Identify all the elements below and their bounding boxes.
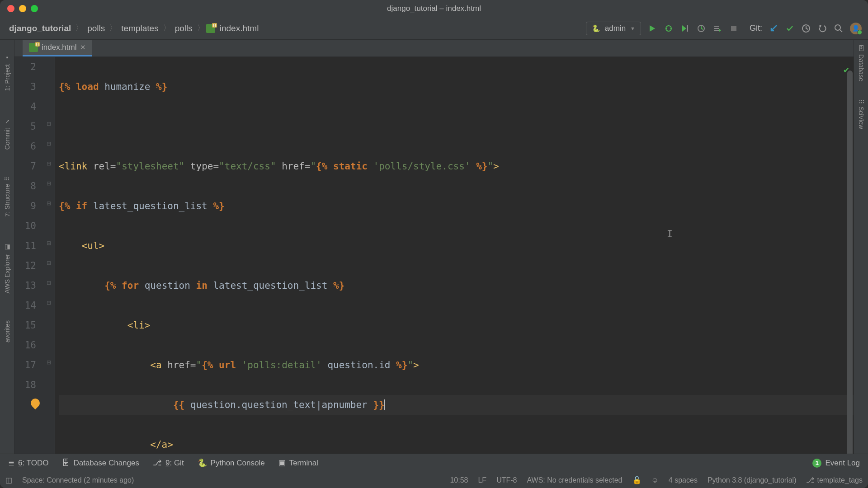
tool-commit[interactable]: Commit ✓ (4, 118, 11, 150)
tool-event-log[interactable]: 1 Event Log (812, 459, 860, 468)
status-space[interactable]: Space: Connected (2 minutes ago) (22, 476, 134, 484)
user-avatar[interactable]: 👤 (850, 23, 862, 34)
titlebar[interactable]: django_tutorial – index.html (0, 0, 868, 17)
tool-windows-toggle[interactable]: ◫ (5, 476, 12, 484)
line-gutter[interactable]: 234 567 8910 111213 141516 1718 (14, 57, 45, 454)
tool-favorites[interactable]: avorites (4, 320, 11, 343)
profile-button[interactable] (696, 23, 706, 33)
fold-marker-icon[interactable]: ⊟ (47, 300, 51, 306)
status-line-separator[interactable]: LF (478, 476, 486, 484)
crumb-folder[interactable]: templates (118, 23, 161, 34)
fold-marker-icon[interactable]: ⊟ (47, 121, 51, 127)
inspector-icon[interactable]: ☺ (651, 476, 659, 484)
vcs-rollback-button[interactable] (817, 23, 827, 33)
left-tool-strip: 1: Project ▪ Commit ✓ 7: Structure ⠿ AWS… (0, 40, 14, 454)
stop-button[interactable] (729, 23, 739, 33)
lock-icon[interactable]: 🔓 (632, 476, 642, 484)
tool-aws-explorer[interactable]: AWS Explorer ◧ (4, 244, 11, 293)
vcs-history-button[interactable] (801, 23, 811, 33)
svg-rect-6 (714, 26, 719, 27)
svg-line-12 (840, 30, 842, 32)
bottom-tool-strip: ≣ 6: TODO 🗄 Database Changes ⎇ 9: Git 🐍 … (0, 454, 868, 472)
status-encoding[interactable]: UTF-8 (496, 476, 517, 484)
status-interpreter[interactable]: Python 3.8 (django_tutorial) (708, 476, 797, 484)
ide-window: django_tutorial – index.html django_tuto… (0, 0, 868, 488)
crumb-project[interactable]: django_tutorial (6, 23, 74, 34)
status-cursor-position[interactable]: 10:58 (450, 476, 468, 484)
content-area: 1: Project ▪ Commit ✓ 7: Structure ⠿ AWS… (0, 40, 868, 454)
status-git-branch[interactable]: ⎇ template_tags (806, 476, 863, 484)
window-title: django_tutorial – index.html (387, 4, 481, 13)
close-tab-button[interactable]: ✕ (80, 43, 86, 52)
vcs-update-button[interactable] (769, 23, 778, 33)
search-everywhere-button[interactable] (834, 23, 844, 33)
tool-todo[interactable]: ≣ 6: TODO (8, 458, 48, 468)
ibeam-cursor-icon: 𝙸 (667, 224, 673, 244)
editor-tab[interactable]: index.html ✕ (23, 40, 92, 56)
html-file-icon (206, 24, 215, 33)
traffic-lights (7, 5, 38, 12)
chevron-right-icon: 〉 (197, 23, 204, 33)
fold-marker-icon[interactable]: ⊟ (47, 141, 51, 147)
run-button[interactable] (647, 23, 657, 33)
svg-rect-7 (714, 28, 719, 29)
chevron-right-icon: 〉 (75, 23, 83, 33)
text-caret (384, 399, 385, 410)
event-count-badge: 1 (812, 459, 821, 468)
tool-git[interactable]: ⎇ 9: Git (153, 458, 184, 468)
chevron-right-icon: 〉 (163, 23, 170, 33)
fold-marker-icon[interactable]: ⊟ (47, 359, 51, 366)
status-bar: ◫ Space: Connected (2 minutes ago) 10:58… (0, 472, 868, 488)
run-configuration-dropdown[interactable]: 🐍 admin ▼ (586, 22, 641, 35)
fold-marker-icon[interactable]: ⊟ (47, 240, 51, 246)
maximize-window-button[interactable] (31, 5, 38, 12)
tool-sciview[interactable]: ⠿ SciView (858, 99, 865, 129)
close-window-button[interactable] (7, 5, 14, 12)
svg-rect-9 (731, 26, 736, 31)
tool-python-console[interactable]: 🐍 Python Console (198, 458, 265, 468)
python-icon: 🐍 (592, 24, 600, 33)
status-indent[interactable]: 4 spaces (669, 476, 698, 484)
tool-database[interactable]: 🗄 Database (858, 45, 865, 81)
tool-terminal[interactable]: ▣ Terminal (278, 458, 318, 468)
breadcrumb: django_tutorial 〉 polls 〉 templates 〉 po… (6, 23, 583, 34)
tab-label: index.html (42, 43, 76, 52)
fold-marker-icon[interactable]: ⊟ (47, 180, 51, 187)
tool-structure[interactable]: 7: Structure ⠿ (4, 177, 11, 216)
html-file-icon (29, 43, 38, 52)
fold-marker-icon[interactable]: ⊟ (47, 200, 51, 206)
debug-button[interactable] (664, 23, 674, 33)
fold-marker-icon[interactable]: ⊟ (47, 160, 51, 167)
minimize-window-button[interactable] (19, 5, 26, 12)
crumb-folder[interactable]: polls (172, 23, 195, 34)
tool-database-changes[interactable]: 🗄 Database Changes (62, 459, 139, 468)
crumb-file[interactable]: index.html (217, 23, 262, 34)
chevron-right-icon: 〉 (109, 23, 117, 33)
fold-marker-icon[interactable]: ⊟ (47, 260, 51, 266)
navigation-bar: django_tutorial 〉 polls 〉 templates 〉 po… (0, 17, 868, 40)
svg-point-11 (835, 25, 840, 30)
fold-column[interactable]: ⊟ ⊟ ⊟ ⊟ ⊟ ⊟ ⊟ ⊟ ⊟ ⊟ (45, 57, 55, 454)
status-aws[interactable]: AWS: No credentials selected (527, 476, 622, 484)
chevron-down-icon: ▼ (630, 26, 635, 31)
editor-body[interactable]: 234 567 8910 111213 141516 1718 ⊟ ⊟ ⊟ ⊟ … (14, 57, 854, 454)
svg-rect-8 (714, 30, 719, 31)
right-tool-strip: 🗄 Database ⠿ SciView (854, 40, 868, 454)
crumb-folder[interactable]: polls (85, 23, 108, 34)
svg-rect-4 (687, 25, 688, 32)
fold-marker-icon[interactable]: ⊟ (47, 280, 51, 286)
tool-project[interactable]: 1: Project ▪ (4, 54, 11, 91)
git-label: Git: (750, 23, 762, 33)
vcs-commit-button[interactable] (785, 23, 795, 33)
run-manage-button[interactable] (712, 23, 722, 33)
run-config-label: admin (605, 24, 626, 33)
editor-tabs: index.html ✕ (14, 40, 854, 57)
code-area[interactable]: {% load humanize %} <link rel="styleshee… (55, 57, 854, 454)
scrollbar[interactable] (847, 70, 853, 454)
nav-actions: 🐍 admin ▼ Git: 👤 (586, 22, 862, 35)
editor: index.html ✕ 234 567 8910 111213 141516 … (14, 40, 854, 454)
coverage-button[interactable] (680, 23, 690, 33)
